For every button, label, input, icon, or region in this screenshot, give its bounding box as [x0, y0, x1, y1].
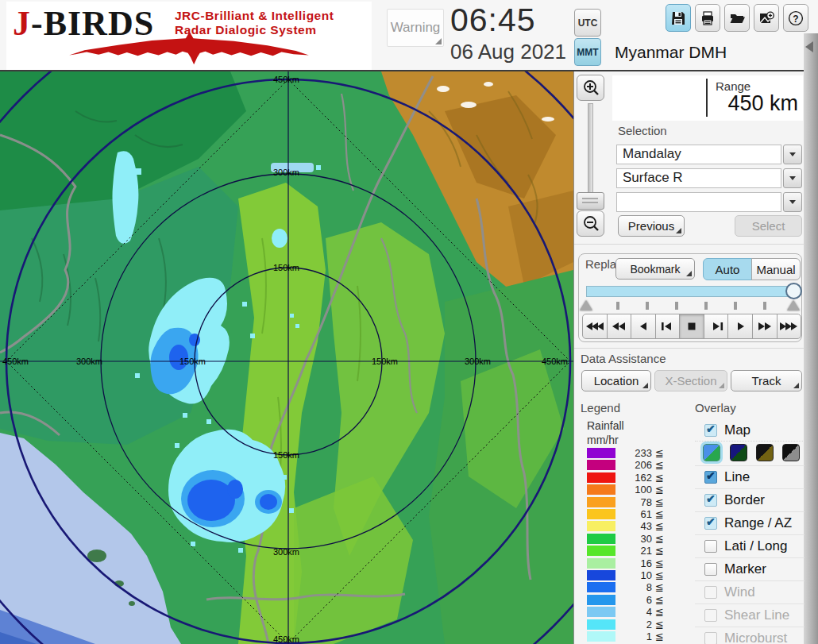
print-button[interactable] — [695, 4, 720, 32]
help-button[interactable]: ? — [783, 4, 808, 32]
collapse-panel-arrow-icon[interactable] — [805, 41, 813, 52]
step-backward-button[interactable] — [655, 314, 681, 339]
stop-button[interactable] — [679, 314, 704, 339]
dropdown-value[interactable]: Surface R — [616, 168, 781, 188]
checkbox[interactable] — [704, 517, 717, 530]
legend-color-swatch — [587, 582, 615, 592]
selection-dropdown-2: Surface R — [616, 168, 802, 188]
legend-value: 78 — [617, 496, 652, 508]
track-button[interactable]: Track — [731, 370, 802, 391]
slider-tick — [675, 302, 678, 310]
forward-fastest-button[interactable] — [777, 314, 802, 339]
dropdown-value[interactable]: Mandalay — [616, 145, 781, 164]
replay-mode-auto-button[interactable]: Auto — [703, 258, 752, 280]
replay-mode-manual-button[interactable]: Manual — [751, 258, 801, 280]
checkbox[interactable] — [704, 563, 717, 576]
legend-comparator: ≦ — [655, 472, 664, 484]
legend-quantity: Rainfall — [587, 419, 624, 432]
rewind-fast-button[interactable] — [607, 314, 632, 339]
play-button[interactable] — [727, 314, 753, 339]
save-button[interactable] — [666, 4, 691, 32]
map-style-black-olive[interactable] — [756, 444, 774, 461]
legend-color-swatch — [587, 521, 615, 531]
ring-label: 150km — [273, 263, 299, 272]
legend-comparator: ≦ — [655, 520, 664, 532]
checkbox[interactable] — [704, 609, 717, 622]
zoom-out-button[interactable] — [577, 210, 604, 237]
overlay-item-range-az[interactable]: Range / AZ — [695, 511, 804, 534]
rewind-fastest-button[interactable] — [582, 314, 608, 339]
play-reverse-button[interactable] — [631, 314, 656, 339]
bookmark-button[interactable]: Bookmark — [615, 258, 695, 280]
legend-color-swatch — [587, 595, 615, 605]
dropdown-arrow-button[interactable] — [783, 192, 802, 212]
x-section-button[interactable]: X-Section — [654, 370, 727, 391]
ring-label: 300km — [76, 357, 102, 366]
ring-label: 450km — [542, 357, 568, 366]
overlay-item-label: Marker — [724, 561, 766, 577]
legend-value: 206 — [617, 459, 652, 471]
radar-map[interactable]: 450km300km150km450km300km150km150km300km… — [0, 71, 573, 644]
map-style-black-gray[interactable] — [782, 444, 800, 461]
checkbox[interactable] — [704, 471, 717, 484]
timezone-mmt-button[interactable]: MMT — [574, 38, 601, 66]
replay-range-end-marker[interactable] — [787, 300, 800, 310]
overlay-item-marker[interactable]: Marker — [695, 557, 804, 580]
overlay-item-microburst[interactable]: Microburst — [695, 627, 804, 644]
add-image-button[interactable] — [754, 4, 779, 32]
open-folder-button[interactable] — [724, 4, 750, 32]
overlay-item-wind[interactable]: Wind — [695, 580, 804, 603]
overlay-item-label: Border — [724, 492, 765, 508]
legend-row: 2≦ — [587, 619, 682, 631]
legend-comparator: ≦ — [655, 631, 664, 642]
chevron-down-icon — [789, 152, 796, 156]
checkbox[interactable] — [704, 424, 717, 437]
select-button[interactable]: Select — [735, 215, 802, 237]
ring-label: 450km — [273, 75, 299, 84]
zoom-slider-handle[interactable] — [577, 192, 604, 210]
step-forward-button[interactable] — [704, 314, 729, 339]
checkbox[interactable] — [704, 586, 717, 599]
legend-color-swatch — [587, 509, 615, 519]
ring-label: 150km — [179, 357, 206, 366]
checkbox[interactable] — [704, 540, 717, 553]
forward-fast-button[interactable] — [752, 314, 777, 339]
legend-value: 43 — [617, 520, 652, 532]
zoom-in-button[interactable] — [577, 75, 604, 101]
map-style-navy-darkgreen[interactable] — [730, 444, 747, 461]
chevron-down-icon — [789, 176, 796, 180]
legend-value: 30 — [617, 533, 652, 545]
location-button[interactable]: Location — [581, 370, 651, 391]
dropdown-arrow-button[interactable] — [783, 168, 802, 188]
overlay-item-border[interactable]: Border — [695, 488, 804, 511]
selection-label: Selection — [618, 124, 667, 137]
slider-tick — [704, 302, 708, 310]
legend-row: 6≦ — [587, 595, 682, 606]
checkbox[interactable] — [704, 632, 717, 644]
previous-button[interactable]: Previous — [618, 215, 685, 237]
legend-color-swatch — [587, 619, 615, 630]
replay-slider-track[interactable] — [586, 286, 797, 297]
replay-slider-handle[interactable] — [785, 283, 802, 299]
timezone-toggle: UTCMMT — [574, 9, 603, 68]
legend-value: 162 — [617, 472, 652, 484]
step-forward-icon — [708, 322, 725, 331]
timezone-utc-button[interactable]: UTC — [574, 9, 601, 37]
selection-dropdown-1: Mandalay — [616, 145, 802, 164]
legend-color-swatch — [587, 497, 615, 507]
map-style-blue-green[interactable] — [703, 444, 720, 461]
range-divider — [706, 79, 708, 117]
legend-title: Legend — [581, 401, 620, 415]
warning-button[interactable]: Warning — [387, 9, 444, 47]
overlay-item-lati-long[interactable]: Lati / Long — [695, 534, 804, 557]
range-display: Range 450 km — [612, 75, 803, 121]
overlay-item-shear-line[interactable]: Shear Line — [695, 604, 804, 626]
legend-color-swatch — [587, 448, 615, 458]
checkbox[interactable] — [704, 494, 717, 507]
dropdown-arrow-button[interactable] — [783, 145, 802, 164]
replay-range-start-marker[interactable] — [580, 300, 592, 310]
dropdown-value[interactable] — [616, 192, 781, 212]
rewind-fast-icon — [610, 322, 627, 331]
overlay-item-map[interactable]: Map — [695, 419, 804, 441]
overlay-item-line[interactable]: Line — [695, 465, 804, 488]
